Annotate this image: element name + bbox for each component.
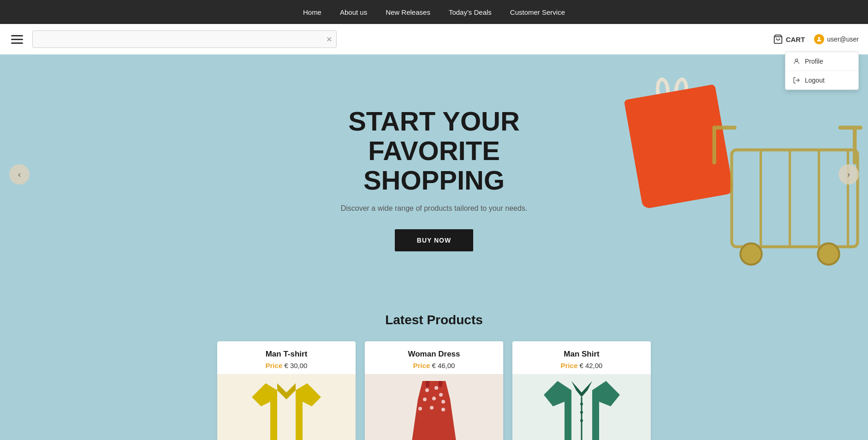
cart-button[interactable]: CART <box>773 34 805 44</box>
nav-about[interactable]: About us <box>340 8 367 16</box>
hero-title: START YOUR FAVORITE SHOPPING <box>282 107 586 195</box>
svg-point-32 <box>580 411 583 414</box>
user-dropdown: Profile Logout <box>785 52 859 90</box>
nav-new-releases[interactable]: New Releases <box>386 8 430 16</box>
product-price-2: Price € 42,00 <box>520 362 643 369</box>
tshirt-image <box>252 383 321 440</box>
product-name-2: Man Shirt <box>520 350 643 359</box>
svg-point-17 <box>425 388 429 392</box>
svg-point-25 <box>441 408 445 411</box>
svg-marker-15 <box>252 383 321 440</box>
profile-icon <box>793 58 800 65</box>
product-info-0: Man T-shirt Price € 30,00 <box>217 341 356 374</box>
hero-subtitle: Discover a wide range of products tailor… <box>282 204 586 213</box>
nav-customer-service[interactable]: Customer Service <box>510 8 565 16</box>
nav-home[interactable]: Home <box>303 8 321 16</box>
svg-point-22 <box>441 400 445 404</box>
user-menu-trigger[interactable]: user@user <box>814 34 859 44</box>
toolbar-right: CART user@user Profile Logout <box>773 34 859 44</box>
cart-icon <box>773 34 783 44</box>
product-name-1: Woman Dress <box>372 350 496 359</box>
svg-rect-4 <box>732 150 858 247</box>
toolbar: ✕ CART user@user Profile Logout <box>0 24 868 54</box>
svg-rect-6 <box>713 126 737 130</box>
svg-point-31 <box>580 403 583 405</box>
product-card-0[interactable]: Man T-shirt Price € 30,00 <box>217 341 356 440</box>
user-label: user@user <box>827 36 859 43</box>
nav-todays-deals[interactable]: Today's Deals <box>449 8 492 16</box>
section-title: Latest Products <box>9 313 859 327</box>
products-grid: Man T-shirt Price € 30,00 Woman D <box>9 341 859 440</box>
carousel-next-button[interactable]: › <box>838 164 859 184</box>
svg-marker-16 <box>277 383 296 399</box>
hero-content: START YOUR FAVORITE SHOPPING Discover a … <box>273 79 595 269</box>
svg-point-19 <box>439 393 443 397</box>
shirt-image <box>544 381 620 440</box>
hamburger-menu[interactable] <box>9 33 25 46</box>
svg-point-9 <box>740 244 761 265</box>
svg-rect-7 <box>853 126 856 165</box>
svg-rect-26 <box>426 381 429 387</box>
buy-now-button[interactable]: BUY NOW <box>395 229 473 251</box>
product-price-0: Price € 30,00 <box>225 362 348 369</box>
carousel-prev-button[interactable]: ‹ <box>9 164 30 184</box>
product-card-1[interactable]: Woman Dress Price € 46,00 <box>365 341 503 440</box>
dress-image <box>406 381 462 440</box>
svg-point-10 <box>818 244 839 265</box>
search-clear-icon[interactable]: ✕ <box>326 35 332 44</box>
svg-point-24 <box>430 406 434 410</box>
dropdown-logout[interactable]: Logout <box>785 71 858 89</box>
product-info-2: Man Shirt Price € 42,00 <box>512 341 651 374</box>
svg-point-1 <box>818 37 820 39</box>
product-price-1: Price € 46,00 <box>372 362 496 369</box>
svg-rect-27 <box>439 381 442 387</box>
svg-point-2 <box>795 59 797 61</box>
svg-marker-29 <box>571 381 592 397</box>
svg-point-23 <box>418 407 422 410</box>
svg-rect-8 <box>838 126 863 130</box>
svg-point-21 <box>432 397 436 400</box>
product-info-1: Woman Dress Price € 46,00 <box>365 341 503 374</box>
svg-rect-5 <box>713 126 716 165</box>
user-avatar-icon <box>814 34 824 44</box>
dropdown-profile[interactable]: Profile <box>785 52 858 71</box>
product-card-2[interactable]: Man Shirt Price € 42,00 <box>512 341 651 440</box>
latest-products-section: Latest Products Man T-shirt Price € 30,0… <box>0 294 868 440</box>
svg-point-18 <box>434 386 438 390</box>
cart-label: CART <box>786 36 805 43</box>
search-wrap: ✕ <box>32 30 337 48</box>
search-input[interactable] <box>32 30 337 48</box>
product-name-0: Man T-shirt <box>225 350 348 359</box>
logout-icon <box>793 77 800 84</box>
hero-section: ‹ START YOUR FAVORITE SHOPPING Discover … <box>0 54 868 294</box>
svg-point-33 <box>580 419 583 422</box>
svg-point-20 <box>423 398 427 401</box>
